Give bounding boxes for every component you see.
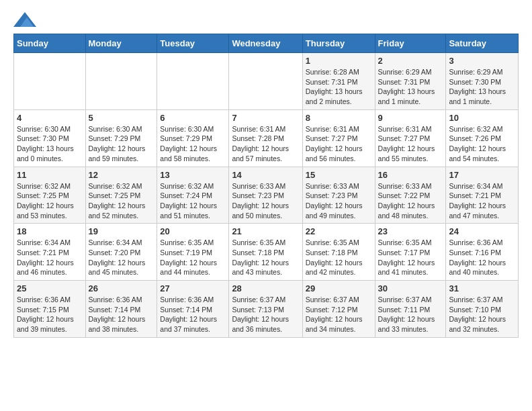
day-cell-31: 31Sunrise: 6:37 AMSunset: 7:10 PMDayligh… xyxy=(446,281,519,338)
day-cell-empty-2 xyxy=(157,53,229,110)
day-number: 18 xyxy=(17,226,83,236)
day-info: Sunrise: 6:35 AMSunset: 7:18 PMDaylight:… xyxy=(306,238,372,277)
day-number: 20 xyxy=(160,226,226,236)
day-header-wednesday: Wednesday xyxy=(229,34,302,53)
day-cell-28: 28Sunrise: 6:37 AMSunset: 7:13 PMDayligh… xyxy=(229,281,302,338)
day-cell-19: 19Sunrise: 6:34 AMSunset: 7:20 PMDayligh… xyxy=(85,224,157,281)
day-cell-22: 22Sunrise: 6:35 AMSunset: 7:18 PMDayligh… xyxy=(302,224,375,281)
day-number: 8 xyxy=(306,113,372,123)
day-info: Sunrise: 6:37 AMSunset: 7:10 PMDaylight:… xyxy=(449,295,515,334)
day-number: 9 xyxy=(378,113,443,123)
calendar-header-row: SundayMondayTuesdayWednesdayThursdayFrid… xyxy=(14,34,519,53)
logo-icon xyxy=(13,12,36,27)
day-cell-14: 14Sunrise: 6:33 AMSunset: 7:23 PMDayligh… xyxy=(229,167,302,224)
week-row-3: 11Sunrise: 6:32 AMSunset: 7:25 PMDayligh… xyxy=(14,167,519,224)
day-cell-18: 18Sunrise: 6:34 AMSunset: 7:21 PMDayligh… xyxy=(14,224,86,281)
day-cell-4: 4Sunrise: 6:30 AMSunset: 7:30 PMDaylight… xyxy=(14,109,86,167)
day-number: 7 xyxy=(232,113,299,123)
day-cell-20: 20Sunrise: 6:35 AMSunset: 7:19 PMDayligh… xyxy=(157,224,229,281)
day-cell-17: 17Sunrise: 6:34 AMSunset: 7:21 PMDayligh… xyxy=(446,167,519,224)
day-info: Sunrise: 6:29 AMSunset: 7:30 PMDaylight:… xyxy=(449,67,515,107)
day-number: 14 xyxy=(232,170,299,180)
day-info: Sunrise: 6:34 AMSunset: 7:21 PMDaylight:… xyxy=(17,238,83,277)
day-info: Sunrise: 6:32 AMSunset: 7:24 PMDaylight:… xyxy=(160,181,226,221)
day-number: 31 xyxy=(449,283,515,293)
day-header-monday: Monday xyxy=(85,34,157,53)
day-cell-12: 12Sunrise: 6:32 AMSunset: 7:25 PMDayligh… xyxy=(85,167,157,224)
day-number: 4 xyxy=(17,113,83,123)
day-info: Sunrise: 6:33 AMSunset: 7:23 PMDaylight:… xyxy=(232,181,299,221)
day-info: Sunrise: 6:37 AMSunset: 7:13 PMDaylight:… xyxy=(232,295,299,334)
week-row-2: 4Sunrise: 6:30 AMSunset: 7:30 PMDaylight… xyxy=(14,109,519,167)
day-header-sunday: Sunday xyxy=(14,34,86,53)
day-info: Sunrise: 6:37 AMSunset: 7:12 PMDaylight:… xyxy=(306,295,372,334)
day-info: Sunrise: 6:35 AMSunset: 7:18 PMDaylight:… xyxy=(232,238,299,277)
calendar-table: SundayMondayTuesdayWednesdayThursdayFrid… xyxy=(13,34,519,338)
day-info: Sunrise: 6:32 AMSunset: 7:25 PMDaylight:… xyxy=(17,181,83,221)
day-info: Sunrise: 6:36 AMSunset: 7:15 PMDaylight:… xyxy=(17,295,83,334)
day-cell-11: 11Sunrise: 6:32 AMSunset: 7:25 PMDayligh… xyxy=(14,167,86,224)
day-number: 16 xyxy=(378,170,443,180)
day-info: Sunrise: 6:36 AMSunset: 7:14 PMDaylight:… xyxy=(89,295,154,334)
day-cell-21: 21Sunrise: 6:35 AMSunset: 7:18 PMDayligh… xyxy=(229,224,302,281)
logo xyxy=(13,13,36,27)
week-row-4: 18Sunrise: 6:34 AMSunset: 7:21 PMDayligh… xyxy=(14,224,519,281)
day-number: 5 xyxy=(89,113,154,123)
day-number: 17 xyxy=(449,170,515,180)
day-cell-29: 29Sunrise: 6:37 AMSunset: 7:12 PMDayligh… xyxy=(302,281,375,338)
day-info: Sunrise: 6:34 AMSunset: 7:21 PMDaylight:… xyxy=(449,181,515,221)
day-number: 12 xyxy=(89,170,154,180)
day-info: Sunrise: 6:34 AMSunset: 7:20 PMDaylight:… xyxy=(89,238,154,277)
day-cell-5: 5Sunrise: 6:30 AMSunset: 7:29 PMDaylight… xyxy=(85,109,157,167)
day-info: Sunrise: 6:31 AMSunset: 7:27 PMDaylight:… xyxy=(378,124,443,164)
day-info: Sunrise: 6:35 AMSunset: 7:19 PMDaylight:… xyxy=(160,238,226,277)
day-cell-30: 30Sunrise: 6:37 AMSunset: 7:11 PMDayligh… xyxy=(375,281,446,338)
day-cell-13: 13Sunrise: 6:32 AMSunset: 7:24 PMDayligh… xyxy=(157,167,229,224)
day-number: 30 xyxy=(378,283,443,293)
day-header-friday: Friday xyxy=(375,34,446,53)
day-info: Sunrise: 6:35 AMSunset: 7:17 PMDaylight:… xyxy=(378,238,443,277)
day-cell-2: 2Sunrise: 6:29 AMSunset: 7:31 PMDaylight… xyxy=(375,53,446,110)
day-number: 25 xyxy=(17,283,83,293)
day-header-saturday: Saturday xyxy=(446,34,519,53)
day-cell-7: 7Sunrise: 6:31 AMSunset: 7:28 PMDaylight… xyxy=(229,109,302,167)
day-cell-24: 24Sunrise: 6:36 AMSunset: 7:16 PMDayligh… xyxy=(446,224,519,281)
day-info: Sunrise: 6:28 AMSunset: 7:31 PMDaylight:… xyxy=(306,67,372,107)
day-number: 19 xyxy=(89,226,154,236)
page-header xyxy=(13,13,519,27)
day-info: Sunrise: 6:31 AMSunset: 7:28 PMDaylight:… xyxy=(232,124,299,164)
day-number: 24 xyxy=(449,226,515,236)
day-info: Sunrise: 6:36 AMSunset: 7:16 PMDaylight:… xyxy=(449,238,515,277)
day-header-thursday: Thursday xyxy=(302,34,375,53)
day-info: Sunrise: 6:30 AMSunset: 7:29 PMDaylight:… xyxy=(160,124,226,164)
day-cell-8: 8Sunrise: 6:31 AMSunset: 7:27 PMDaylight… xyxy=(302,109,375,167)
day-number: 28 xyxy=(232,283,299,293)
day-info: Sunrise: 6:32 AMSunset: 7:25 PMDaylight:… xyxy=(89,181,154,221)
day-info: Sunrise: 6:29 AMSunset: 7:31 PMDaylight:… xyxy=(378,67,443,107)
day-number: 27 xyxy=(160,283,226,293)
day-info: Sunrise: 6:30 AMSunset: 7:30 PMDaylight:… xyxy=(17,124,83,164)
day-cell-15: 15Sunrise: 6:33 AMSunset: 7:23 PMDayligh… xyxy=(302,167,375,224)
day-number: 23 xyxy=(378,226,443,236)
day-number: 11 xyxy=(17,170,83,180)
day-info: Sunrise: 6:30 AMSunset: 7:29 PMDaylight:… xyxy=(89,124,154,164)
day-cell-10: 10Sunrise: 6:32 AMSunset: 7:26 PMDayligh… xyxy=(446,109,519,167)
day-number: 13 xyxy=(160,170,226,180)
day-cell-16: 16Sunrise: 6:33 AMSunset: 7:22 PMDayligh… xyxy=(375,167,446,224)
day-info: Sunrise: 6:32 AMSunset: 7:26 PMDaylight:… xyxy=(449,124,515,164)
day-number: 3 xyxy=(449,56,515,66)
day-cell-empty-0 xyxy=(14,53,86,110)
day-cell-empty-3 xyxy=(229,53,302,110)
day-cell-3: 3Sunrise: 6:29 AMSunset: 7:30 PMDaylight… xyxy=(446,53,519,110)
day-info: Sunrise: 6:33 AMSunset: 7:22 PMDaylight:… xyxy=(378,181,443,221)
day-number: 15 xyxy=(306,170,372,180)
day-cell-23: 23Sunrise: 6:35 AMSunset: 7:17 PMDayligh… xyxy=(375,224,446,281)
day-number: 6 xyxy=(160,113,226,123)
day-cell-26: 26Sunrise: 6:36 AMSunset: 7:14 PMDayligh… xyxy=(85,281,157,338)
week-row-1: 1Sunrise: 6:28 AMSunset: 7:31 PMDaylight… xyxy=(14,53,519,110)
day-info: Sunrise: 6:33 AMSunset: 7:23 PMDaylight:… xyxy=(306,181,372,221)
day-header-tuesday: Tuesday xyxy=(157,34,229,53)
day-cell-1: 1Sunrise: 6:28 AMSunset: 7:31 PMDaylight… xyxy=(302,53,375,110)
day-number: 29 xyxy=(306,283,372,293)
day-number: 1 xyxy=(306,56,372,66)
